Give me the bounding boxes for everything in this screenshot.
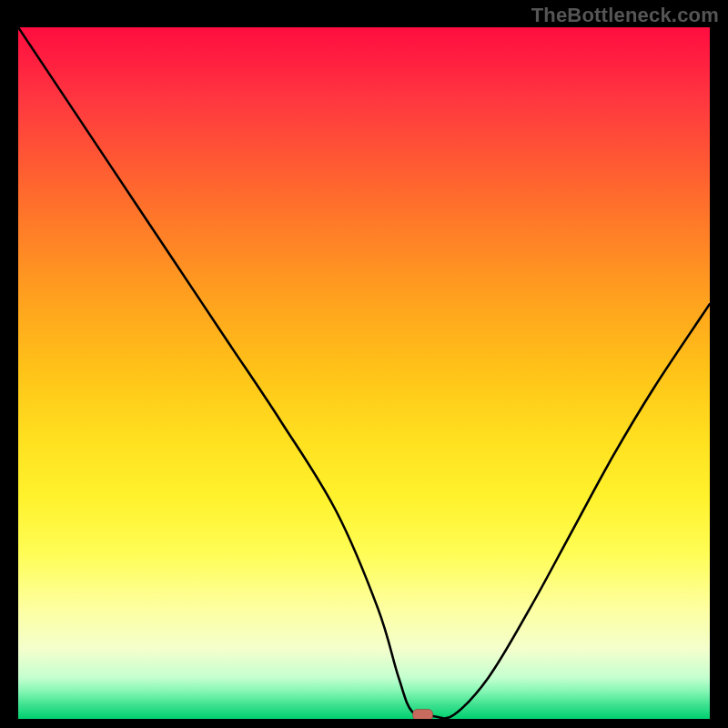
watermark-text: TheBottleneck.com: [531, 4, 719, 27]
plot-area: [18, 27, 710, 719]
bottleneck-curve: [18, 27, 710, 718]
chart-frame: TheBottleneck.com: [0, 0, 728, 728]
optimal-point-marker: [413, 709, 433, 719]
curve-layer: [18, 27, 710, 719]
